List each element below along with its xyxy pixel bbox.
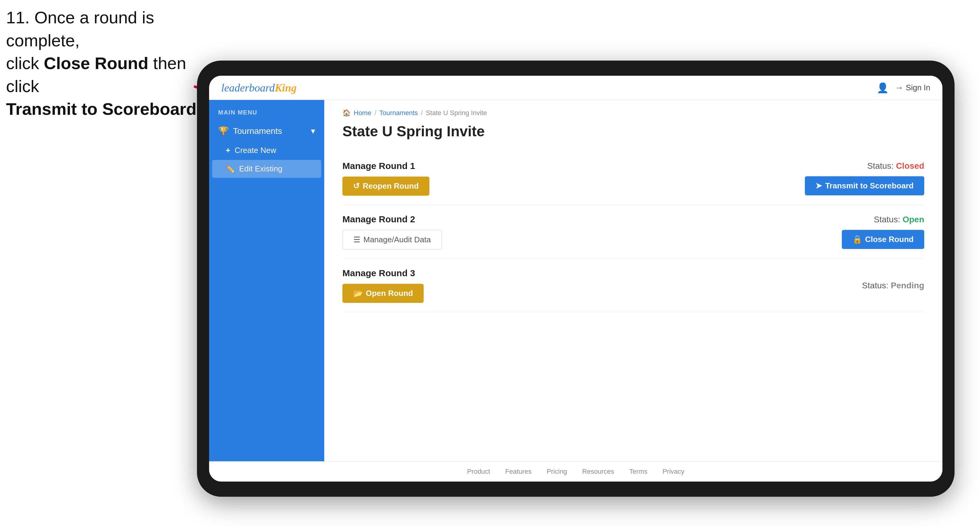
tablet-screen: leaderboardKing 👤 → Sign In MAIN MENU 🏆 bbox=[209, 76, 942, 482]
footer-pricing[interactable]: Pricing bbox=[547, 468, 567, 476]
footer-terms[interactable]: Terms bbox=[629, 468, 648, 476]
header-right: 👤 → Sign In bbox=[877, 82, 930, 94]
app-footer: Product Features Pricing Resources Terms… bbox=[209, 461, 942, 482]
logo-leaderboard: leaderboard bbox=[221, 82, 275, 94]
transmit-icon: ➤ bbox=[815, 181, 822, 190]
signin-icon: → bbox=[895, 83, 903, 93]
trophy-icon: 🏆 bbox=[218, 126, 229, 136]
logo-king: King bbox=[275, 82, 297, 94]
round-1-label: Manage Round 1 bbox=[342, 161, 430, 171]
footer-privacy[interactable]: Privacy bbox=[662, 468, 684, 476]
page-title: State U Spring Invite bbox=[342, 123, 924, 140]
main-menu-label: MAIN MENU bbox=[209, 109, 324, 121]
manage-icon: ☰ bbox=[353, 235, 360, 244]
round-1-card: Manage Round 1 ↺ Reopen Round Status: Cl… bbox=[342, 152, 924, 205]
footer-resources[interactable]: Resources bbox=[582, 468, 614, 476]
breadcrumb-tournaments[interactable]: Tournaments bbox=[379, 109, 418, 117]
app-header: leaderboardKing 👤 → Sign In bbox=[209, 76, 942, 100]
close-round-button[interactable]: 🔒 Close Round bbox=[842, 230, 924, 249]
sidebar-item-create-new[interactable]: + Create New bbox=[209, 141, 324, 159]
footer-features[interactable]: Features bbox=[505, 468, 531, 476]
sidebar-item-edit-existing[interactable]: ✏️ Edit Existing bbox=[212, 160, 321, 178]
breadcrumb-home[interactable]: Home bbox=[354, 109, 372, 117]
plus-icon: + bbox=[226, 146, 230, 155]
round-2-card: Manage Round 2 ☰ Manage/Audit Data Statu… bbox=[342, 205, 924, 259]
user-icon: 👤 bbox=[877, 82, 889, 94]
instruction-text: 11. Once a round is complete, click Clos… bbox=[6, 6, 218, 121]
edit-icon: ✏️ bbox=[226, 165, 235, 173]
main-content: 🏠 Home / Tournaments / State U Spring In… bbox=[324, 100, 942, 461]
breadcrumb-current: State U Spring Invite bbox=[426, 109, 487, 117]
breadcrumb: 🏠 Home / Tournaments / State U Spring In… bbox=[342, 109, 924, 117]
sign-in-button[interactable]: → Sign In bbox=[895, 83, 930, 93]
app-body: MAIN MENU 🏆 Tournaments ▾ + Create New ✏… bbox=[209, 100, 942, 461]
manage-audit-data-button[interactable]: ☰ Manage/Audit Data bbox=[342, 230, 442, 249]
home-icon: 🏠 bbox=[342, 109, 351, 117]
round-2-status: Status: Open bbox=[874, 215, 924, 224]
round-2-label: Manage Round 2 bbox=[342, 214, 442, 224]
round-3-card: Manage Round 3 📂 Open Round Status: Pend… bbox=[342, 259, 924, 312]
open-round-button[interactable]: 📂 Open Round bbox=[342, 284, 424, 303]
open-round-icon: 📂 bbox=[353, 289, 363, 298]
close-round-icon: 🔒 bbox=[853, 235, 862, 244]
footer-product[interactable]: Product bbox=[467, 468, 490, 476]
logo: leaderboardKing bbox=[221, 81, 297, 94]
sidebar-item-tournaments[interactable]: 🏆 Tournaments ▾ bbox=[209, 121, 324, 141]
chevron-down-icon: ▾ bbox=[311, 126, 315, 136]
round-3-status: Status: Pending bbox=[862, 281, 924, 290]
round-1-status: Status: Closed bbox=[867, 161, 924, 171]
transmit-to-scoreboard-button[interactable]: ➤ Transmit to Scoreboard bbox=[805, 176, 924, 195]
round-3-label: Manage Round 3 bbox=[342, 268, 424, 278]
sidebar: MAIN MENU 🏆 Tournaments ▾ + Create New ✏… bbox=[209, 100, 324, 461]
tablet-device: leaderboardKing 👤 → Sign In MAIN MENU 🏆 bbox=[197, 60, 955, 497]
reopen-icon: ↺ bbox=[353, 181, 360, 191]
reopen-round-button[interactable]: ↺ Reopen Round bbox=[342, 176, 430, 196]
